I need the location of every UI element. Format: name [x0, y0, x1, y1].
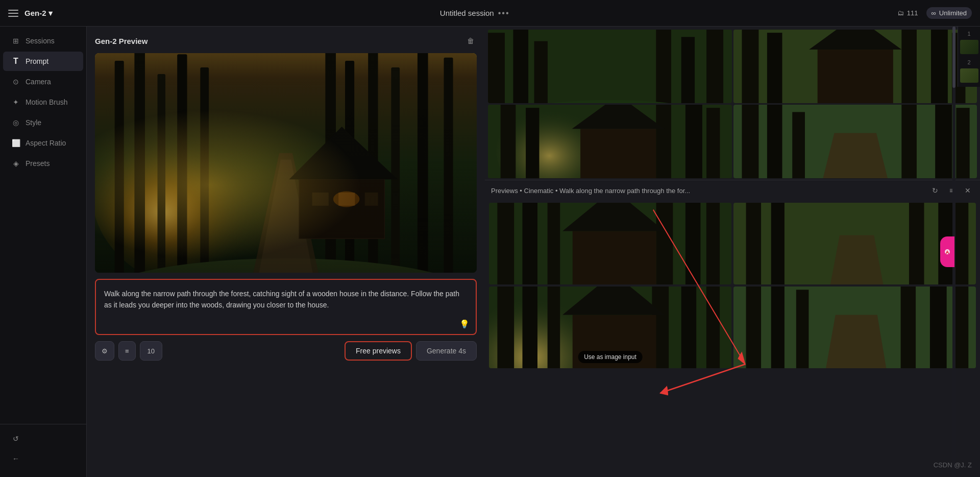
svg-rect-50: [742, 105, 758, 178]
svg-rect-26: [534, 41, 548, 103]
thumb-num-2: 2: [967, 59, 970, 65]
thumb-img-1[interactable]: [960, 40, 978, 54]
number-button[interactable]: 10: [140, 341, 162, 361]
svg-rect-79: [523, 287, 537, 368]
sessions-label: Sessions: [26, 37, 55, 45]
grid-item-1[interactable]: [488, 30, 732, 103]
svg-rect-62: [656, 203, 673, 284]
hamburger-icon[interactable]: [8, 10, 18, 17]
preview-info-text: Previews • Cinematic • Walk along the na…: [491, 187, 925, 195]
sliders-button[interactable]: ≡: [118, 341, 136, 361]
topbar: Gen-2 ▾ Untitled session ••• 🗂 111 ∞ Unl…: [0, 0, 980, 27]
svg-rect-28: [681, 37, 695, 103]
refresh-icon-btn[interactable]: ↻: [929, 184, 941, 197]
grid-image-4: [733, 105, 977, 178]
svg-rect-43: [526, 108, 539, 178]
svg-rect-54: [935, 105, 952, 178]
delete-icon[interactable]: 🗑: [464, 35, 477, 47]
motion-brush-label: Motion Brush: [26, 98, 67, 106]
svg-text:A: A: [946, 250, 949, 255]
sidebar-item-style[interactable]: ◎ Style: [3, 113, 83, 132]
file-count: 🗂 111: [897, 9, 918, 17]
svg-rect-4: [158, 74, 165, 273]
svg-rect-3: [134, 53, 145, 273]
svg-rect-52: [792, 112, 805, 178]
sidebar: ⊞ Sessions T Prompt ⊙ Camera ✦ Motion Br…: [0, 27, 87, 477]
prompt-box[interactable]: Walk along the narrow path through the f…: [95, 279, 477, 335]
svg-rect-8: [345, 61, 354, 273]
grid-item-3[interactable]: [488, 105, 732, 178]
svg-point-1: [95, 94, 329, 273]
svg-rect-63: [685, 203, 700, 284]
grid-image-3: [488, 105, 732, 178]
scroll-thumb[interactable]: [952, 27, 955, 88]
svg-rect-78: [497, 287, 514, 368]
svg-rect-34: [901, 30, 917, 103]
settings-button[interactable]: ⚙: [95, 341, 114, 361]
preview-item-1[interactable]: [489, 203, 731, 284]
svg-rect-33: [767, 33, 782, 103]
top-grid: [485, 27, 980, 180]
session-title: Untitled session: [440, 9, 494, 17]
session-menu-icon[interactable]: •••: [498, 9, 510, 18]
free-previews-button[interactable]: Free previews: [345, 341, 412, 361]
svg-point-21: [333, 191, 360, 207]
svg-rect-5: [177, 54, 187, 273]
svg-rect-73: [955, 203, 968, 284]
svg-rect-92: [955, 287, 968, 368]
svg-rect-42: [501, 105, 516, 178]
aspect-ratio-icon: ⬜: [11, 138, 20, 148]
presets-label: Presets: [26, 159, 50, 168]
sliders-icon: ≡: [125, 347, 129, 355]
grid-image-2: [733, 30, 977, 103]
thumb-num-1: 1: [967, 31, 970, 37]
right-edge-button[interactable]: A: [940, 236, 954, 267]
preview-header: Gen-2 Preview 🗑: [95, 35, 477, 47]
generate-button[interactable]: Generate 4s: [416, 341, 477, 361]
sidebar-item-presets[interactable]: ◈ Presets: [3, 154, 83, 173]
thumb-img-2[interactable]: [960, 68, 978, 83]
preview-info-icons: ↻ ≡ ✕: [929, 184, 974, 197]
sidebar-item-refresh[interactable]: ↺: [3, 429, 83, 448]
close-icon-btn[interactable]: ✕: [962, 184, 974, 197]
svg-point-13: [95, 258, 477, 273]
sidebar-item-motion-brush[interactable]: ✦ Motion Brush: [3, 92, 83, 112]
topbar-left: Gen-2 ▾: [8, 9, 53, 18]
sidebar-item-sessions[interactable]: ⊞ Sessions: [3, 31, 83, 51]
center-panel: Gen-2 Preview 🗑: [87, 27, 485, 477]
topbar-center: Untitled session •••: [440, 9, 510, 18]
preview-item-2[interactable]: [733, 203, 976, 284]
grid-item-2[interactable]: [733, 30, 977, 103]
menu-icon-btn[interactable]: ≡: [945, 184, 958, 197]
forest-scene: [95, 53, 477, 273]
svg-rect-87: [746, 287, 761, 368]
preview-image-4: [733, 287, 976, 368]
app-name[interactable]: Gen-2 ▾: [24, 9, 53, 18]
svg-rect-65: [573, 231, 656, 284]
grid-item-4[interactable]: [733, 105, 977, 178]
refresh-icon: ↺: [11, 434, 20, 443]
motion-brush-icon: ✦: [11, 98, 20, 107]
preview-item-4[interactable]: [733, 287, 976, 368]
preview-image: [95, 53, 477, 273]
preview-item-3[interactable]: Use as image input: [489, 287, 731, 368]
app-dropdown-icon: ▾: [48, 9, 53, 18]
use-as-input-label[interactable]: Use as image input: [578, 351, 643, 363]
style-label: Style: [26, 118, 41, 127]
svg-rect-59: [497, 203, 514, 284]
svg-rect-20: [365, 193, 378, 206]
sidebar-item-prompt[interactable]: T Prompt: [3, 52, 83, 71]
svg-rect-55: [956, 108, 969, 178]
svg-rect-0: [95, 53, 477, 273]
sidebar-item-camera[interactable]: ⊙ Camera: [3, 72, 83, 91]
prompt-hint-icon: 💡: [459, 319, 470, 329]
forest-svg: [95, 53, 477, 273]
prompt-text: Walk along the narrow path through the f…: [104, 288, 468, 311]
sessions-icon: ⊞: [11, 36, 20, 45]
aspect-ratio-label: Aspect Ratio: [26, 139, 66, 147]
camera-icon: ⊙: [11, 77, 20, 86]
sidebar-item-aspect-ratio[interactable]: ⬜ Aspect Ratio: [3, 133, 83, 153]
svg-marker-17: [289, 127, 398, 179]
svg-rect-91: [930, 287, 947, 368]
sidebar-item-back[interactable]: ←: [3, 449, 83, 468]
